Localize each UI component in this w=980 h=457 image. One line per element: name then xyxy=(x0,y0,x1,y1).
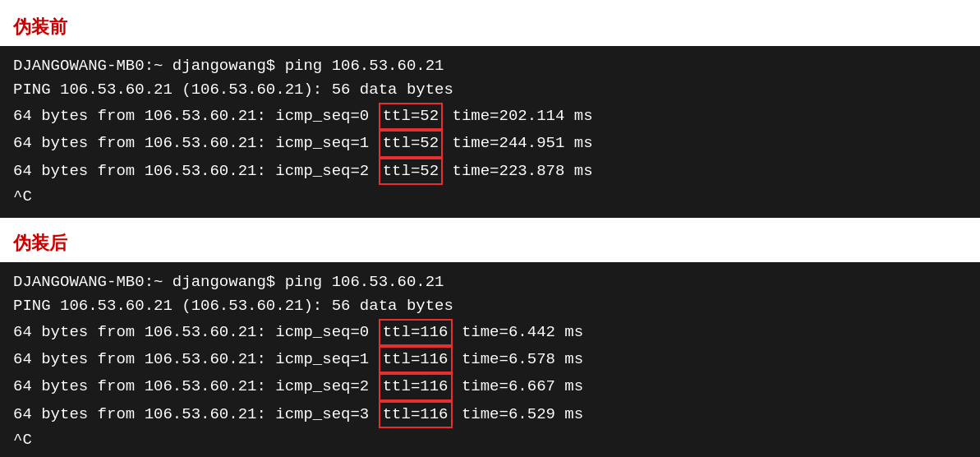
after-line-0: DJANGOWANG-MB0:~ djangowang$ ping 106.53… xyxy=(13,270,967,294)
after-line-2-prefix: 64 bytes from 106.53.60.21: icmp_seq=0 xyxy=(13,321,379,344)
page-wrapper: 伪装前 DJANGOWANG-MB0:~ djangowang$ ping 10… xyxy=(0,0,980,457)
after-line-1-text: PING 106.53.60.21 (106.53.60.21): 56 dat… xyxy=(13,294,453,318)
after-line-0-text: DJANGOWANG-MB0:~ djangowang$ ping 106.53… xyxy=(13,270,444,294)
after-terminal: DJANGOWANG-MB0:~ djangowang$ ping 106.53… xyxy=(0,262,980,457)
after-line-1: PING 106.53.60.21 (106.53.60.21): 56 dat… xyxy=(13,294,967,318)
before-line-3-suffix: time=244.951 ms xyxy=(443,132,592,155)
after-line-3-prefix: 64 bytes from 106.53.60.21: icmp_seq=1 xyxy=(13,348,379,372)
divider xyxy=(0,218,980,224)
after-line-5-suffix: time=6.529 ms xyxy=(453,403,584,427)
after-line-3-suffix: time=6.578 ms xyxy=(453,348,584,372)
before-line-2: 64 bytes from 106.53.60.21: icmp_seq=0 t… xyxy=(13,103,967,130)
after-line-4-prefix: 64 bytes from 106.53.60.21: icmp_seq=2 xyxy=(13,375,379,399)
before-terminal: DJANGOWANG-MB0:~ djangowang$ ping 106.53… xyxy=(0,46,980,218)
before-ttl-1: ttl=52 xyxy=(379,130,443,157)
before-line-1-text: PING 106.53.60.21 (106.53.60.21): 56 dat… xyxy=(13,78,453,102)
after-ttl-3: ttl=116 xyxy=(379,401,453,428)
before-ttl-2: ttl=52 xyxy=(379,158,443,185)
after-line-2-suffix: time=6.442 ms xyxy=(453,321,584,344)
before-line-5: ^C xyxy=(13,185,967,209)
before-line-3: 64 bytes from 106.53.60.21: icmp_seq=1 t… xyxy=(13,130,967,157)
after-line-6: ^C xyxy=(13,428,967,452)
before-line-0-text: DJANGOWANG-MB0:~ djangowang$ ping 106.53… xyxy=(13,54,444,78)
after-ttl-2: ttl=116 xyxy=(379,373,453,400)
before-line-2-prefix: 64 bytes from 106.53.60.21: icmp_seq=0 xyxy=(13,104,379,128)
after-line-5: 64 bytes from 106.53.60.21: icmp_seq=3 t… xyxy=(13,401,967,428)
after-line-3: 64 bytes from 106.53.60.21: icmp_seq=1 t… xyxy=(13,346,967,373)
after-ttl-1: ttl=116 xyxy=(379,346,453,373)
after-ttl-0: ttl=116 xyxy=(379,319,453,346)
before-line-3-prefix: 64 bytes from 106.53.60.21: icmp_seq=1 xyxy=(13,132,379,155)
after-line-5-prefix: 64 bytes from 106.53.60.21: icmp_seq=3 xyxy=(13,403,379,427)
before-label: 伪装前 xyxy=(0,8,980,46)
before-line-1: PING 106.53.60.21 (106.53.60.21): 56 dat… xyxy=(13,78,967,102)
after-line-2: 64 bytes from 106.53.60.21: icmp_seq=0 t… xyxy=(13,319,967,346)
after-line-4: 64 bytes from 106.53.60.21: icmp_seq=2 t… xyxy=(13,373,967,400)
before-line-4-prefix: 64 bytes from 106.53.60.21: icmp_seq=2 xyxy=(13,159,379,183)
before-line-5-text: ^C xyxy=(13,185,32,209)
after-line-4-suffix: time=6.667 ms xyxy=(453,375,584,399)
after-line-6-text: ^C xyxy=(13,428,32,452)
before-line-0: DJANGOWANG-MB0:~ djangowang$ ping 106.53… xyxy=(13,54,967,78)
before-line-4: 64 bytes from 106.53.60.21: icmp_seq=2 t… xyxy=(13,158,967,185)
before-line-2-suffix: time=202.114 ms xyxy=(443,104,592,128)
before-ttl-0: ttl=52 xyxy=(379,103,443,130)
after-label: 伪装后 xyxy=(0,224,980,262)
before-line-4-suffix: time=223.878 ms xyxy=(443,159,592,183)
